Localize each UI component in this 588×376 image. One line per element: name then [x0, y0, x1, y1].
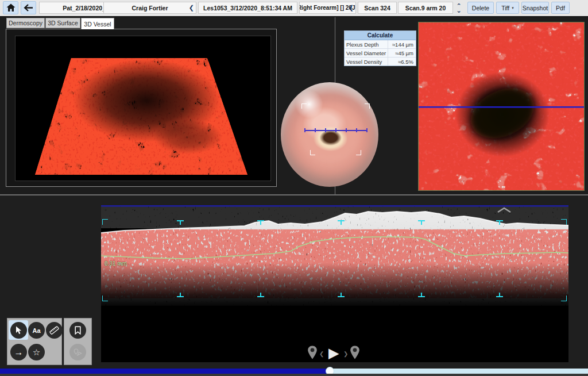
next-marker-chevron-icon[interactable]: ❯ [343, 351, 348, 357]
scan-marker-bottom [257, 293, 264, 297]
scan-line-indicator [304, 128, 368, 132]
vessel-3d-panel[interactable] [6, 29, 277, 187]
site-selector[interactable]: [Right Forearm] [] 20J ❮ [299, 2, 356, 14]
calc-value: ≈6.5% [388, 57, 416, 66]
scan-marker-top [257, 220, 264, 225]
scan-corner-bl [102, 296, 108, 301]
tab-3d-vessel[interactable]: 3D Vessel [81, 18, 114, 29]
lesion-selector[interactable]: Les1053_3/12/2020_8:51:34 AM [198, 2, 297, 14]
home-button[interactable] [3, 1, 18, 14]
scan-marker-bottom [338, 293, 345, 297]
export-annotation-icon [74, 348, 82, 356]
pointer-icon [15, 326, 22, 335]
tab-dermoscopy[interactable]: Dermoscopy [6, 18, 45, 28]
calc-row-vessel-diameter: Vessel Diameter ≈45 µm [345, 49, 416, 57]
frame-slider[interactable] [0, 369, 588, 374]
tab-dermoscopy-label: Dermoscopy [9, 20, 42, 26]
dermoscopy-live-view[interactable] [281, 82, 378, 187]
next-marker-pin-icon[interactable] [349, 345, 361, 360]
back-arrow-icon [24, 3, 33, 12]
tab-3d-vessel-label: 3D Vessel [84, 21, 111, 28]
export-annotation-button [69, 344, 86, 360]
calc-value: ≈45 µm [388, 49, 416, 57]
tab-3d-surface-label: 3D Surface [48, 20, 78, 26]
playback-controls: ❮ ▶ ❯ [304, 344, 368, 365]
calc-value: ≈144 µm [388, 40, 416, 48]
star-tool-button[interactable]: ☆ [28, 344, 45, 360]
patient-prev-chevron-icon[interactable]: ❮ [189, 4, 194, 11]
calculate-title[interactable]: Calculate [345, 31, 416, 40]
previous-marker-chevron-icon[interactable]: ❮ [319, 351, 324, 357]
oct-bscan-image [101, 205, 568, 362]
snapshot-button-label: Snapshot [523, 5, 548, 11]
arrow-icon: → [14, 348, 24, 357]
tab-3d-surface[interactable]: 3D Surface [45, 18, 80, 28]
scan-corner-br [561, 296, 567, 301]
annotation-toolbox: Aa → ☆ [7, 318, 62, 365]
patient-name-selector[interactable]: Craig Fortier ❮ [103, 2, 196, 14]
star-icon: ☆ [33, 348, 40, 356]
scan-marker-bottom [496, 293, 503, 297]
arrow-tool-button[interactable]: → [10, 344, 27, 360]
collapse-panel-chevron-icon[interactable] [496, 206, 512, 214]
delete-button[interactable]: Delete [467, 2, 494, 14]
vessel-3d-render[interactable] [15, 36, 271, 181]
scan-marker-top [338, 220, 345, 225]
enface-scan-line[interactable] [419, 106, 584, 108]
pdf-button-label: Pdf [556, 5, 565, 11]
bookmark-icon [74, 326, 82, 335]
fov-bracket-tl [301, 103, 307, 109]
ruler-tool-button[interactable] [46, 322, 63, 339]
scan-name-field[interactable]: Scan.9 arm 20 [398, 2, 453, 14]
scan-marker-bottom [418, 293, 425, 297]
calc-label: Vessel Diameter [345, 49, 388, 57]
scan-marker-bottom [177, 293, 184, 297]
home-icon [6, 3, 16, 12]
app-window: Pat_2/18/2020_4:21:14 PM Craig Fortier ❮… [0, 0, 588, 376]
enface-image [419, 22, 584, 190]
pdf-button[interactable]: Pdf [551, 2, 570, 14]
back-button[interactable] [21, 1, 36, 14]
calc-label: Vessel Density [345, 57, 388, 66]
enface-angiography-panel[interactable] [418, 22, 585, 191]
patient-name-value: Craig Fortier [131, 5, 168, 11]
top-section: Dermoscopy 3D Surface 3D Vessel [0, 17, 588, 194]
scan-corner-tr [561, 219, 567, 225]
text-tool-label: Aa [32, 327, 40, 334]
scan-corner-tl [102, 219, 108, 225]
fov-bracket-br [356, 150, 361, 155]
previous-marker-pin-icon[interactable] [307, 345, 318, 360]
ruler-icon [49, 325, 60, 336]
tiff-button-label: Tiff [501, 5, 509, 11]
text-tool-button[interactable]: Aa [28, 322, 45, 339]
plexus-depth-label: 0.31 mm [105, 260, 127, 267]
tiff-button[interactable]: Tiff ▾ [496, 2, 519, 14]
bottom-strip [0, 374, 588, 376]
tiff-dropdown-icon[interactable]: ▾ [512, 6, 514, 10]
scan-marker-top [418, 220, 425, 225]
play-button[interactable]: ▶ [328, 344, 339, 362]
site-selector-value: [Right Forearm] [] 20J [299, 5, 356, 11]
calculate-table: Calculate Plexus Depth ≈144 µm Vessel Di… [344, 30, 416, 66]
fov-bracket-bl [310, 150, 315, 155]
calc-row-vessel-density: Vessel Density ≈6.5% [345, 57, 416, 66]
top-toolbar: Pat_2/18/2020_4:21:14 PM Craig Fortier ❮… [0, 0, 588, 17]
scan-marker-top [496, 220, 503, 225]
calc-row-plexus-depth: Plexus Depth ≈144 µm [345, 40, 416, 49]
vessel-3d-pointcloud [16, 36, 270, 181]
scan-number-value: Scan 324 [364, 5, 390, 11]
pointer-tool-button[interactable] [10, 322, 27, 339]
calc-label: Plexus Depth [345, 40, 388, 48]
fov-bracket-tr [365, 103, 370, 109]
scan-spinner[interactable]: ⌃ ⌄ [454, 1, 464, 15]
spinner-down-icon[interactable]: ⌄ [456, 8, 461, 13]
bookmark-toolbox [64, 318, 92, 365]
scan-number-field[interactable]: Scan 324 [358, 2, 397, 14]
snapshot-button[interactable]: Snapshot [521, 2, 549, 14]
bookmark-tool-button[interactable] [69, 322, 86, 339]
site-prev-chevron-icon[interactable]: ❮ [349, 4, 354, 11]
frame-slider-fill [0, 369, 329, 374]
bottom-section: 0.31 mm Aa [0, 195, 588, 376]
delete-button-label: Delete [472, 5, 489, 11]
oct-bscan-view[interactable]: 0.31 mm [101, 205, 568, 362]
